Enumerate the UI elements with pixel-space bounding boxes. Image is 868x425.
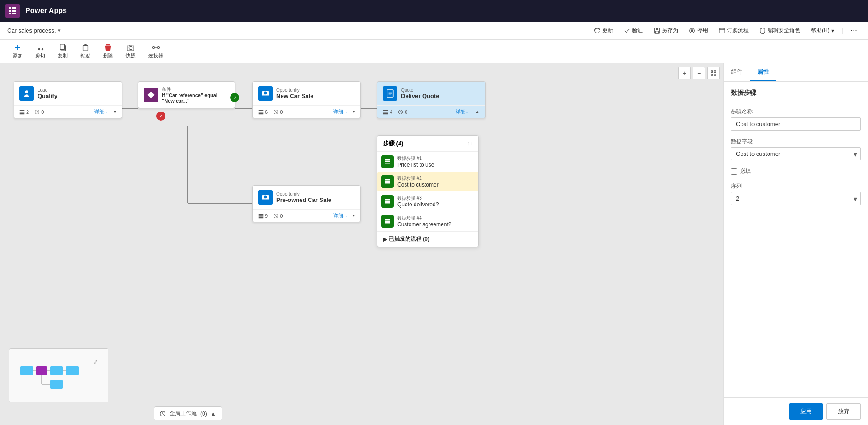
help-button[interactable]: 帮助(H) ▾ xyxy=(807,25,838,36)
step-item-3[interactable]: 数据步骤 #3 Quote delivered? xyxy=(377,191,478,211)
more-options-button[interactable]: ··· xyxy=(847,24,861,37)
node-opp-pre-label: Opportunity xyxy=(276,191,331,196)
delete-button[interactable]: 删除 xyxy=(98,42,118,61)
step-item-1[interactable]: 数据步骤 #1 Price list to use xyxy=(377,152,478,172)
step-4-label: 数据步骤 #4 xyxy=(397,215,475,221)
step-item-2[interactable]: 数据步骤 #2 Cost to customer xyxy=(377,172,478,191)
snapshot-button[interactable]: 快照 xyxy=(120,42,141,61)
discard-button[interactable]: 放弃 xyxy=(826,403,861,420)
step-icon-2 xyxy=(381,175,394,188)
validate-button[interactable]: 验证 xyxy=(620,25,646,36)
topbar: Power Apps xyxy=(0,0,868,22)
fit-view-button[interactable] xyxy=(707,67,720,79)
sidebar-tabs: 组件 属性 xyxy=(724,63,868,82)
workflow-footer[interactable]: 全局工作流 (0) ▲ xyxy=(154,406,222,420)
node-lead-label: Lead xyxy=(38,88,57,93)
apply-button[interactable]: 应用 xyxy=(789,403,823,420)
svg-rect-14 xyxy=(719,28,725,33)
node-quote-details[interactable]: 详细... xyxy=(456,108,470,115)
svg-rect-4 xyxy=(12,10,14,12)
steps-sort-arrows[interactable]: ↑↓ xyxy=(467,140,473,147)
node-opp-pre-steps: 9 xyxy=(258,213,268,219)
node-opp-new-details[interactable]: 详细... xyxy=(333,108,347,115)
node-quote-label: Quote xyxy=(401,88,439,93)
right-sidebar: 组件 属性 数据步骤 步骤名称 数据字段 Cost to customer xyxy=(723,63,868,425)
svg-rect-50 xyxy=(385,163,390,164)
copy-button[interactable]: 复制 xyxy=(52,42,73,61)
node-quote-icon xyxy=(383,86,397,101)
node-quote-steps: 4 xyxy=(383,109,392,115)
edit-security-button[interactable]: 编辑安全角色 xyxy=(756,25,804,36)
svg-rect-17 xyxy=(83,46,88,51)
subscribe-button[interactable]: 订购流程 xyxy=(715,25,752,36)
refresh-button[interactable]: 更新 xyxy=(590,25,617,36)
node-lead-chevron[interactable]: ▾ xyxy=(114,109,116,114)
triggered-workflows[interactable]: ▶ 已触发的流程 (0) xyxy=(377,231,478,247)
data-field-label: 数据字段 xyxy=(731,138,861,145)
sequence-select[interactable]: 2 xyxy=(731,192,861,205)
toolbar: 添加 剪切 复制 粘贴 删除 快照 连接器 xyxy=(0,40,868,63)
sidebar-section-title: 数据步骤 xyxy=(731,89,861,97)
tab-components[interactable]: 组件 xyxy=(724,63,750,81)
svg-rect-49 xyxy=(385,161,390,163)
data-field-select[interactable]: Cost to customer xyxy=(731,147,861,160)
data-field-group: 数据字段 Cost to customer xyxy=(731,138,861,160)
node-quote-chevron[interactable]: ▲ xyxy=(475,109,480,114)
sidebar-content: 数据步骤 步骤名称 数据字段 Cost to customer 必填 序列 xyxy=(724,82,868,397)
step-item-4[interactable]: 数据步骤 #4 Customer agreement? xyxy=(377,211,478,231)
svg-rect-8 xyxy=(14,13,16,14)
step-1-name: Price list to use xyxy=(397,162,475,168)
svg-rect-32 xyxy=(20,112,25,112)
node-lead-async: 0 xyxy=(34,109,44,115)
svg-rect-31 xyxy=(20,110,25,111)
condition-no-icon: × xyxy=(156,112,165,121)
paste-button[interactable]: 粘贴 xyxy=(75,42,96,61)
svg-rect-56 xyxy=(385,202,390,204)
mini-map: ⤢ xyxy=(9,348,108,402)
tab-properties[interactable]: 属性 xyxy=(750,63,776,81)
svg-rect-10 xyxy=(656,28,658,29)
svg-rect-40 xyxy=(383,110,388,111)
required-checkbox[interactable] xyxy=(731,168,737,175)
sequence-select-wrap: 2 xyxy=(731,192,861,205)
steps-detail-panel: 步骤 (4) ↑↓ 数据步骤 #1 Price list to use 数据步骤 xyxy=(377,135,479,247)
mini-map-expand[interactable]: ⤢ xyxy=(94,359,98,365)
node-opp-pre-chevron[interactable]: ▾ xyxy=(353,213,355,218)
node-condition-icon xyxy=(144,88,158,102)
app-grid-icon[interactable] xyxy=(5,4,20,18)
svg-rect-6 xyxy=(9,13,11,14)
step-name-group: 步骤名称 xyxy=(731,108,861,131)
zoom-out-button[interactable]: − xyxy=(693,67,705,79)
node-quote[interactable]: Quote Deliver Quote 4 0 详细... ▲ xyxy=(377,81,486,118)
svg-rect-52 xyxy=(385,181,390,182)
node-lead[interactable]: Lead Qualify 2 0 详细... ▾ xyxy=(14,81,122,118)
node-condition[interactable]: 条件 If "Car reference" equal "New car..."… xyxy=(138,81,235,108)
node-opp-pre-icon xyxy=(258,190,273,205)
node-opportunity-pre[interactable]: Opportunity Pre-owned Car Sale 9 0 详细...… xyxy=(252,185,361,222)
node-opp-pre-details[interactable]: 详细... xyxy=(333,212,347,219)
stop-button[interactable]: 停用 xyxy=(685,25,712,36)
step-3-name: Quote delivered? xyxy=(397,201,475,208)
save-as-button[interactable]: 另存为 xyxy=(650,25,682,36)
canvas-area[interactable]: + − Lead Qu xyxy=(0,63,723,425)
workflow-chevron-up[interactable]: ▲ xyxy=(211,411,216,417)
workflow-footer-count: (0) xyxy=(200,411,207,417)
svg-rect-22 xyxy=(711,71,712,72)
add-button[interactable]: 添加 xyxy=(7,42,28,61)
svg-rect-5 xyxy=(14,10,16,12)
node-opportunity-new[interactable]: Opportunity New Car Sale 6 0 详细... ▾ xyxy=(252,81,361,118)
connector-button[interactable]: 连接器 xyxy=(143,42,169,61)
cut-button[interactable]: 剪切 xyxy=(30,42,51,61)
node-lead-details[interactable]: 详细... xyxy=(94,108,108,115)
node-lead-icon xyxy=(19,86,34,101)
svg-rect-42 xyxy=(383,113,388,114)
step-name-input[interactable] xyxy=(731,117,861,131)
node-condition-title: If "Car reference" equal "New car..." xyxy=(162,93,229,103)
zoom-in-button[interactable]: + xyxy=(678,67,691,79)
step-1-label: 数据步骤 #1 xyxy=(397,155,475,162)
node-lead-steps: 2 xyxy=(19,109,29,115)
breadcrumb-chevron: ▾ xyxy=(58,28,61,33)
process-name[interactable]: Car sales process. xyxy=(7,27,56,34)
step-2-name: Cost to customer xyxy=(397,182,475,188)
node-opp-new-chevron[interactable]: ▾ xyxy=(353,109,355,114)
